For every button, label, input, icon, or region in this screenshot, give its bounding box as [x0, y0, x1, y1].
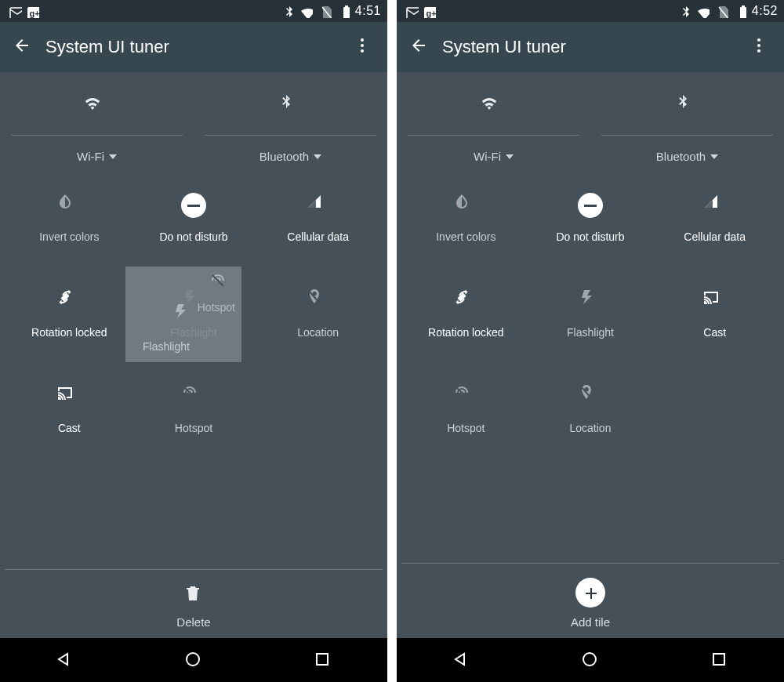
bluetooth-status-icon: [677, 4, 691, 18]
mail-icon: [8, 4, 22, 18]
cellular-signal-icon: [303, 190, 334, 221]
nav-recent-button[interactable]: [296, 644, 350, 676]
nav-back-button[interactable]: [37, 644, 92, 676]
chevron-down-icon: [109, 154, 117, 159]
location-tile[interactable]: Location: [532, 381, 649, 456]
gplus-icon: [25, 4, 39, 18]
location-icon: [575, 381, 606, 412]
sim-status-icon: [318, 4, 332, 18]
do-not-disturb-icon: [178, 190, 209, 221]
bluetooth-icon: [277, 86, 305, 129]
gplus-icon: [422, 4, 436, 18]
overflow-menu-button[interactable]: [348, 31, 379, 63]
navigation-bar: [397, 638, 784, 682]
cast-tile[interactable]: Cast: [11, 381, 128, 456]
wifi-label: Wi-Fi: [474, 150, 501, 163]
rotation-lock-tile[interactable]: Rotation locked: [408, 285, 524, 361]
flashlight-tile[interactable]: Flashlight: [532, 285, 649, 361]
cast-tile[interactable]: Cast: [656, 285, 773, 361]
content-area: Wi-Fi Bluetooth Invert colors Do not dis…: [0, 72, 387, 563]
flashlight-icon: [171, 302, 196, 327]
back-button[interactable]: [8, 31, 39, 63]
bluetooth-label: Bluetooth: [656, 150, 706, 163]
nav-home-button[interactable]: [166, 644, 221, 676]
hotspot-tile[interactable]: Hotspot: [136, 381, 252, 456]
nav-recent-button[interactable]: [692, 644, 747, 676]
cellular-data-tile[interactable]: Cellular data: [260, 190, 376, 265]
invert-colors-tile[interactable]: Invert colors: [408, 190, 524, 265]
bluetooth-status-icon: [280, 4, 294, 18]
overflow-menu-button[interactable]: [745, 31, 776, 63]
invert-colors-icon: [53, 190, 85, 221]
status-bar: 4:51: [0, 0, 387, 22]
back-button[interactable]: [405, 31, 436, 63]
screen-right: 4:52 System UI tuner Wi-Fi Bluetooth: [397, 0, 784, 682]
add-tile-button[interactable]: Add tile: [397, 564, 784, 638]
chevron-down-icon: [710, 154, 718, 159]
clock: 4:52: [752, 4, 778, 18]
wifi-tile[interactable]: Wi-Fi: [11, 86, 183, 163]
drag-ghost[interactable]: Flashlight Hotspot: [125, 267, 241, 362]
rotation-lock-icon: [53, 285, 85, 317]
content-area: Wi-Fi Bluetooth Invert colors Do not dis…: [397, 72, 784, 557]
location-tile[interactable]: Location: [260, 285, 376, 361]
nav-back-button[interactable]: [434, 644, 488, 676]
wifi-status-icon: [299, 4, 313, 18]
sim-status-icon: [714, 4, 728, 18]
bluetooth-tile[interactable]: Bluetooth: [601, 86, 773, 163]
rotation-lock-tile[interactable]: Rotation locked: [11, 285, 128, 361]
navigation-bar: [0, 638, 387, 682]
hotspot-tile[interactable]: Hotspot: [408, 381, 524, 456]
wifi-label: Wi-Fi: [77, 150, 104, 163]
location-icon: [303, 285, 334, 317]
plus-icon: [575, 578, 605, 608]
cast-icon: [699, 285, 731, 317]
trash-icon: [183, 584, 204, 608]
wifi-icon: [480, 86, 508, 129]
hotspot-icon: [450, 381, 481, 412]
clock: 4:51: [355, 4, 381, 18]
wifi-tile[interactable]: Wi-Fi: [408, 86, 579, 163]
battery-status-icon: [336, 4, 350, 18]
rotation-lock-icon: [450, 285, 481, 317]
flashlight-icon: [575, 285, 606, 317]
bluetooth-tile[interactable]: Bluetooth: [205, 86, 376, 163]
status-bar: 4:52: [397, 0, 784, 22]
bluetooth-icon: [673, 86, 702, 129]
wifi-icon: [83, 86, 111, 129]
do-not-disturb-icon: [575, 190, 606, 221]
page-title: System UI tuner: [45, 37, 348, 57]
page-title: System UI tuner: [442, 37, 745, 57]
cast-icon: [53, 381, 85, 412]
do-not-disturb-tile[interactable]: Do not disturb: [532, 190, 649, 265]
wifi-status-icon: [695, 4, 710, 18]
battery-status-icon: [733, 4, 747, 18]
do-not-disturb-tile[interactable]: Do not disturb: [136, 190, 252, 265]
hotspot-icon: [209, 271, 234, 296]
cellular-signal-icon: [699, 190, 731, 221]
invert-colors-icon: [450, 190, 481, 221]
invert-colors-tile[interactable]: Invert colors: [11, 190, 128, 265]
chevron-down-icon: [506, 154, 514, 159]
cellular-data-tile[interactable]: Cellular data: [656, 190, 773, 265]
app-bar: System UI tuner: [0, 22, 387, 72]
bluetooth-label: Bluetooth: [260, 150, 309, 163]
screen-left: 4:51 System UI tuner Wi-Fi Bluetooth: [0, 0, 387, 682]
delete-drop-zone[interactable]: Delete: [0, 570, 387, 638]
nav-home-button[interactable]: [563, 644, 618, 676]
chevron-down-icon: [314, 154, 321, 159]
mail-icon: [405, 4, 419, 18]
hotspot-icon: [178, 381, 209, 412]
app-bar: System UI tuner: [397, 22, 784, 72]
